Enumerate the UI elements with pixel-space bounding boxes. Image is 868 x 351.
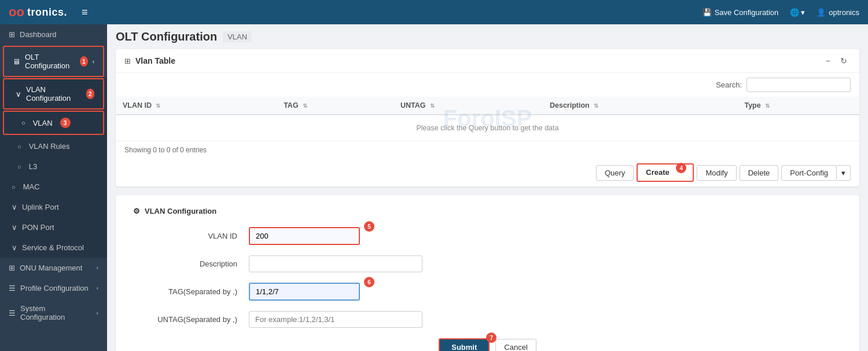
sidebar-sub-vlan: ∨ VLAN Configuration 2 ○ VLAN 3 ○ VLAN R…	[0, 78, 107, 258]
main-layout: ⊞ Dashboard 🖥 OLT Configuration 1 ‹ ∨ VL…	[0, 24, 868, 351]
radio-vlan-rules-icon: ○	[17, 143, 21, 150]
chevron-down-icon: ∨	[16, 90, 21, 98]
sidebar-mac-label: MAC	[23, 182, 40, 191]
sidebar-item-olt-config[interactable]: 🖥 OLT Configuration 1 ‹	[4, 47, 103, 76]
vlan-id-field-wrap: 5	[249, 227, 360, 245]
port-config-dropdown[interactable]: ▾	[837, 165, 851, 181]
vlan-table: VLAN ID ⇅ TAG ⇅ UNTAG ⇅ Description ⇅ Ty…	[116, 97, 859, 141]
profile-icon: ☰	[9, 284, 16, 292]
search-label: Search:	[716, 81, 742, 89]
monitor-icon: 🖥	[13, 57, 20, 66]
chevron-uplink-icon: ∨	[12, 203, 17, 211]
user-label: optronics	[829, 8, 859, 17]
minimize-button[interactable]: −	[822, 55, 834, 67]
system-icon: ☰	[9, 309, 16, 317]
sidebar-uplink-label: Uplink Port	[22, 203, 59, 211]
form-row-description: Description	[133, 255, 842, 272]
sidebar-item-onu-management[interactable]: ⊞ ONU Management ‹	[0, 258, 107, 278]
profile-chevron: ‹	[97, 285, 98, 291]
language-button[interactable]: 🌐 ▾	[790, 8, 805, 17]
modify-button[interactable]: Modify	[697, 165, 736, 181]
sidebar-item-vlan-rules[interactable]: ○ VLAN Rules	[0, 136, 107, 156]
sidebar-item-dashboard[interactable]: ⊞ Dashboard	[0, 24, 107, 45]
create-button[interactable]: Create 4	[637, 163, 694, 182]
sidebar-onu-label: ONU Management	[20, 264, 82, 272]
sidebar-item-pon-port[interactable]: ∨ PON Port	[0, 217, 107, 237]
dashboard-icon: ⊞	[9, 30, 15, 39]
search-input[interactable]	[746, 78, 851, 92]
badge-5: 5	[364, 221, 374, 232]
system-chevron: ‹	[97, 310, 98, 316]
sidebar: ⊞ Dashboard 🖥 OLT Configuration 1 ‹ ∨ VL…	[0, 24, 107, 351]
save-config-label: Save Configuration	[715, 8, 779, 17]
empty-message: Please click the Query button to get the…	[116, 115, 859, 141]
badge-1: 1	[80, 56, 88, 67]
empty-row: Please click the Query button to get the…	[116, 115, 859, 141]
top-navbar: ootronics. ≡ 💾 Save Configuration 🌐 ▾ 👤 …	[0, 0, 868, 24]
refresh-button[interactable]: ↻	[837, 55, 851, 67]
sidebar-svc-label: Service & Protocol	[22, 243, 84, 252]
tag-input[interactable]	[249, 283, 360, 301]
vlan-id-label: VLAN ID	[133, 232, 249, 240]
chevron-pon-icon: ∨	[12, 223, 17, 232]
sidebar-item-l3[interactable]: ○ L3	[0, 156, 107, 177]
sidebar-item-mac[interactable]: ○ MAC	[0, 177, 107, 197]
tag-field-wrap: 6	[249, 283, 360, 301]
form-row-vlan-id: VLAN ID 5	[133, 227, 842, 245]
nav-right: 💾 Save Configuration 🌐 ▾ 👤 optronics	[703, 8, 859, 17]
olt-config-highlight: 🖥 OLT Configuration 1 ‹	[3, 46, 104, 77]
logo: ootronics.	[9, 5, 67, 20]
sidebar-item-uplink-port[interactable]: ∨ Uplink Port	[0, 197, 107, 217]
query-button[interactable]: Query	[596, 165, 634, 181]
table-icon: ⊞	[124, 57, 131, 65]
table-controls: Search:	[116, 73, 859, 97]
sidebar-system-label: System Configuration	[20, 304, 92, 321]
globe-icon: 🌐	[790, 8, 799, 17]
chevron-svc-icon: ∨	[12, 243, 17, 252]
user-menu-button[interactable]: 👤 optronics	[816, 8, 859, 17]
vlan-config-header: ⚙ VLAN Configuration	[133, 207, 842, 215]
save-icon: 💾	[703, 8, 712, 17]
action-buttons: Query Create 4 Modify Delete Port-Config…	[116, 159, 859, 187]
form-row-tag: TAG(Separated by ,) 6	[133, 283, 842, 301]
submit-btn-wrap: Submit 7	[439, 338, 490, 351]
vlan-table-card: ForoISP ⊞ Vlan Table − ↻ Search: VLAN ID…	[116, 49, 859, 187]
sidebar-item-profile-config[interactable]: ☰ Profile Configuration ‹	[0, 278, 107, 298]
col-vlan-id: VLAN ID ⇅	[116, 97, 277, 115]
globe-chevron: ▾	[801, 8, 805, 17]
badge-4: 4	[676, 163, 686, 173]
vlan-highlight: ○ VLAN 3	[3, 111, 104, 135]
vlan-id-input[interactable]	[249, 227, 360, 245]
onu-chevron: ‹	[97, 265, 98, 271]
page-header: OLT Configuration VLAN	[116, 30, 859, 43]
sidebar-olt-label: OLT Configuration	[25, 53, 72, 70]
sidebar-vlan-rules-label: VLAN Rules	[29, 142, 70, 151]
form-row-untag: UNTAG(Separated by ,)	[133, 311, 842, 328]
form-actions: Submit 7 Cancel	[133, 338, 842, 351]
vlan-config-card: ⚙ VLAN Configuration VLAN ID 5 Descripti…	[116, 195, 859, 351]
sidebar-item-service-protocol[interactable]: ∨ Service & Protocol	[0, 237, 107, 258]
sidebar-dashboard-label: Dashboard	[20, 30, 57, 39]
description-label: Description	[133, 259, 249, 268]
sidebar-item-system-config[interactable]: ☰ System Configuration ‹	[0, 298, 107, 327]
port-config-button[interactable]: Port-Config	[781, 165, 837, 181]
submit-button[interactable]: Submit	[439, 338, 490, 351]
hamburger-button[interactable]: ≡	[82, 6, 88, 19]
port-config-group: Port-Config ▾	[781, 165, 851, 181]
config-icon: ⚙	[133, 207, 140, 215]
badge-6: 6	[364, 277, 374, 287]
description-input[interactable]	[249, 255, 422, 272]
col-description: Description ⇅	[543, 97, 737, 115]
sidebar-l3-label: L3	[29, 162, 37, 171]
create-label: Create	[646, 168, 669, 177]
sidebar-pon-label: PON Port	[22, 223, 54, 232]
page-subtitle: VLAN	[223, 31, 252, 42]
delete-button[interactable]: Delete	[740, 165, 779, 181]
sidebar-item-vlan-config[interactable]: ∨ VLAN Configuration 2	[4, 79, 103, 108]
untag-input[interactable]	[249, 311, 422, 328]
save-config-button[interactable]: 💾 Save Configuration	[703, 8, 779, 17]
sidebar-item-vlan[interactable]: ○ VLAN 3	[4, 112, 103, 134]
col-type: Type ⇅	[737, 97, 859, 115]
cancel-button[interactable]: Cancel	[495, 339, 536, 351]
radio-l3-icon: ○	[17, 163, 21, 170]
